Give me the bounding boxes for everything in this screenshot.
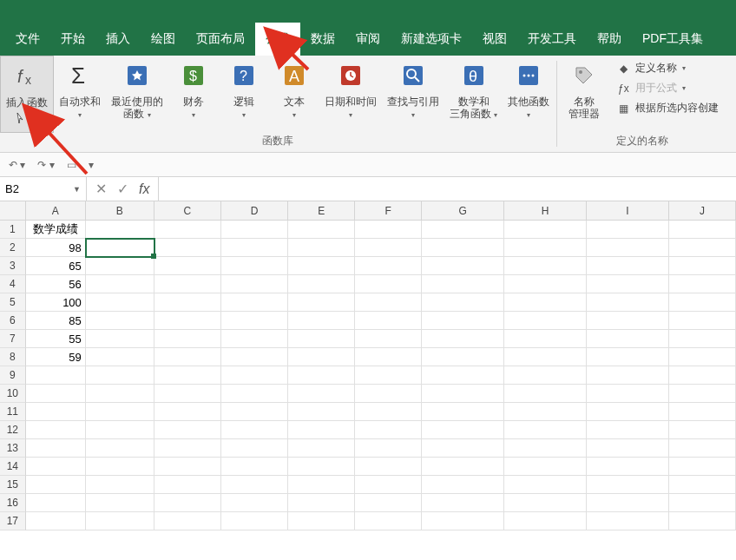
row-head[interactable]: 16 — [0, 494, 26, 512]
cell-A5[interactable]: 100 — [26, 293, 86, 312]
cell-F1[interactable] — [355, 221, 422, 239]
lookup-button[interactable]: 查找与引用▾ — [382, 56, 444, 133]
cell-J8[interactable] — [669, 348, 736, 366]
cell-B2[interactable] — [86, 239, 154, 257]
row-head[interactable]: 13 — [0, 439, 26, 458]
cell-J17[interactable] — [669, 512, 736, 530]
cell-C10[interactable] — [154, 385, 221, 403]
cell-C11[interactable] — [154, 403, 221, 421]
tab-formulas[interactable]: 公式 — [255, 23, 300, 56]
cell-E8[interactable] — [288, 348, 355, 366]
cell-F9[interactable] — [355, 366, 422, 385]
more-functions-button[interactable]: 其他函数▾ — [503, 56, 555, 133]
cell-D12[interactable] — [221, 421, 288, 439]
cell-B7[interactable] — [86, 330, 154, 348]
cell-D2[interactable] — [221, 239, 288, 257]
cell-G9[interactable] — [422, 366, 504, 385]
tab-draw[interactable]: 绘图 — [141, 23, 186, 56]
cell-D15[interactable] — [221, 476, 288, 494]
cell-J5[interactable] — [669, 293, 736, 312]
cell-F6[interactable] — [355, 312, 422, 330]
financial-button[interactable]: $ 财务▾ — [168, 56, 219, 133]
cell-H16[interactable] — [504, 494, 587, 512]
cell-B12[interactable] — [86, 421, 154, 439]
cell-C4[interactable] — [154, 275, 221, 293]
cell-G14[interactable] — [422, 458, 504, 476]
cell-E1[interactable] — [288, 221, 355, 239]
cell-I8[interactable] — [587, 348, 669, 366]
cell-H6[interactable] — [504, 312, 587, 330]
cell-I1[interactable] — [587, 221, 669, 239]
row-head[interactable]: 11 — [0, 403, 26, 421]
row-head[interactable]: 4 — [0, 275, 26, 293]
cell-H5[interactable] — [504, 293, 587, 312]
cell-C2[interactable] — [154, 239, 221, 257]
cell-I10[interactable] — [587, 385, 669, 403]
cell-I7[interactable] — [587, 330, 669, 348]
cell-H12[interactable] — [504, 421, 587, 439]
row-head[interactable]: 14 — [0, 458, 26, 476]
cell-F13[interactable] — [355, 439, 422, 458]
cell-A1[interactable]: 数学成绩 — [26, 221, 86, 239]
cell-D14[interactable] — [221, 458, 288, 476]
formula-input[interactable] — [159, 177, 736, 201]
cell-A11[interactable] — [26, 403, 86, 421]
tab-pdftools[interactable]: PDF工具集 — [632, 23, 713, 56]
cell-F5[interactable] — [355, 293, 422, 312]
col-head-F[interactable]: F — [355, 201, 422, 220]
tab-review[interactable]: 审阅 — [345, 23, 391, 56]
insert-function-button[interactable]: fx 插入函数 — [0, 56, 54, 133]
cell-H14[interactable] — [504, 458, 587, 476]
cell-A10[interactable] — [26, 385, 86, 403]
cell-G4[interactable] — [422, 275, 504, 293]
define-name-button[interactable]: ◆ 定义名称 ▾ — [616, 61, 719, 76]
cell-J2[interactable] — [669, 239, 736, 257]
cell-C14[interactable] — [154, 458, 221, 476]
cell-D3[interactable] — [221, 257, 288, 275]
cell-A14[interactable] — [26, 458, 86, 476]
select-all-corner[interactable] — [0, 201, 26, 220]
cell-I5[interactable] — [587, 293, 669, 312]
cell-D8[interactable] — [221, 348, 288, 366]
tab-insert[interactable]: 插入 — [95, 23, 141, 56]
autosum-button[interactable]: Σ 自动求和▾ — [54, 56, 106, 133]
cell-B16[interactable] — [86, 494, 154, 512]
row-head[interactable]: 2 — [0, 239, 26, 257]
cell-C9[interactable] — [154, 366, 221, 385]
cell-E14[interactable] — [288, 458, 355, 476]
tab-file[interactable]: 文件 — [5, 23, 50, 56]
cell-E6[interactable] — [288, 312, 355, 330]
col-head-B[interactable]: B — [86, 201, 154, 220]
cell-J14[interactable] — [669, 458, 736, 476]
cell-F15[interactable] — [355, 476, 422, 494]
cell-I14[interactable] — [587, 458, 669, 476]
cell-B10[interactable] — [86, 385, 154, 403]
use-in-formula-button[interactable]: ƒx 用于公式 ▾ — [616, 81, 719, 96]
cell-D13[interactable] — [221, 439, 288, 458]
cell-A12[interactable] — [26, 421, 86, 439]
cell-D1[interactable] — [221, 221, 288, 239]
col-head-A[interactable]: A — [26, 201, 86, 220]
create-from-selection-button[interactable]: ▦ 根据所选内容创建 — [616, 101, 719, 115]
cell-D4[interactable] — [221, 275, 288, 293]
row-head[interactable]: 6 — [0, 312, 26, 330]
cell-I16[interactable] — [587, 494, 669, 512]
accept-formula-button[interactable]: ✓ — [117, 181, 128, 197]
cell-F16[interactable] — [355, 494, 422, 512]
cell-F17[interactable] — [355, 512, 422, 530]
cell-B14[interactable] — [86, 458, 154, 476]
datetime-button[interactable]: 日期和时间▾ — [319, 56, 382, 133]
cell-J10[interactable] — [669, 385, 736, 403]
cell-F12[interactable] — [355, 421, 422, 439]
cell-E10[interactable] — [288, 385, 355, 403]
cell-E2[interactable] — [288, 239, 355, 257]
cell-G1[interactable] — [422, 221, 504, 239]
cell-G12[interactable] — [422, 421, 504, 439]
text-button[interactable]: A 文本▾ — [269, 56, 319, 133]
cell-G2[interactable] — [422, 239, 504, 257]
cell-I11[interactable] — [587, 403, 669, 421]
cell-A3[interactable]: 65 — [26, 257, 86, 275]
cell-A4[interactable]: 56 — [26, 275, 86, 293]
cell-C15[interactable] — [154, 476, 221, 494]
cell-A13[interactable] — [26, 439, 86, 458]
